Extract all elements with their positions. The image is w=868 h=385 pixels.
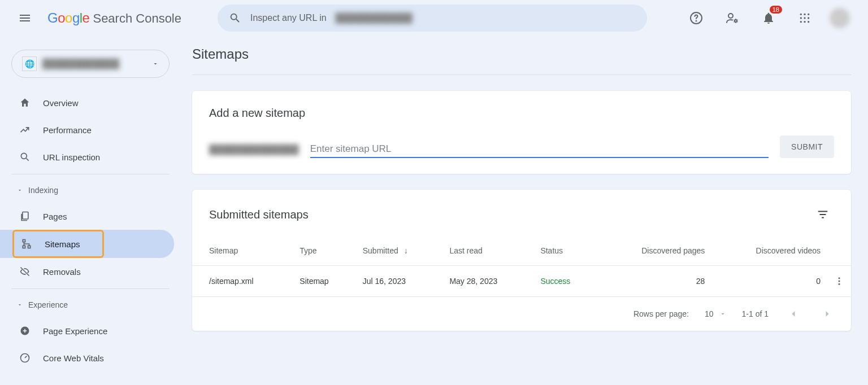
main-content: Sitemaps Add a new sitemap █████████████… <box>181 36 868 371</box>
sidebar-item-url-inspection[interactable]: URL inspection <box>0 143 174 170</box>
sidebar-item-label: Page Experience <box>43 326 107 336</box>
sidebar-item-label: Performance <box>43 125 92 135</box>
sidebar-item-label: Sitemaps <box>45 239 80 249</box>
cell-discovered-videos: 0 <box>711 266 827 297</box>
product-logo: Google Search Console <box>47 10 181 26</box>
app-header: Google Search Console Inspect any URL in… <box>0 0 868 36</box>
svg-rect-16 <box>23 246 25 248</box>
sitemap-url-input[interactable] <box>310 143 769 155</box>
sidebar-section-indexing[interactable]: Indexing <box>0 178 181 203</box>
svg-rect-14 <box>23 212 28 220</box>
svg-point-9 <box>808 17 809 19</box>
property-selector[interactable]: 🌐 ████████████ <box>11 50 170 78</box>
search-input[interactable] <box>422 13 636 23</box>
sidebar-item-label: Pages <box>43 212 67 221</box>
submitted-sitemaps-card: Submitted sitemaps Sitemap Type Submitte… <box>192 190 851 331</box>
chevron-left-icon <box>788 308 799 320</box>
sidebar-item-core-web-vitals[interactable]: Core Web Vitals <box>0 344 174 371</box>
sort-arrow-down-icon: ↓ <box>404 246 408 255</box>
hidden-icon <box>19 266 31 277</box>
trend-icon <box>19 124 31 135</box>
account-avatar[interactable] <box>830 8 850 28</box>
svg-point-10 <box>800 21 802 23</box>
svg-point-3 <box>735 20 737 22</box>
sitemaps-table: Sitemap Type Submitted ↓ Last read Statu… <box>192 236 851 297</box>
google-logo: Google <box>47 10 89 26</box>
help-icon <box>689 11 703 25</box>
col-type[interactable]: Type <box>293 236 355 266</box>
home-icon <box>19 97 31 108</box>
user-settings-icon <box>726 11 739 25</box>
next-page-button[interactable] <box>818 306 836 322</box>
product-name: Search Console <box>93 11 181 26</box>
section-label: Experience <box>28 300 68 309</box>
submit-button[interactable]: SUBMIT <box>780 135 834 158</box>
sidebar-item-label: Core Web Vitals <box>43 353 104 363</box>
col-last-read[interactable]: Last read <box>442 236 533 266</box>
divider <box>11 174 170 174</box>
search-prefix: Inspect any URL in <box>250 13 327 23</box>
section-label: Indexing <box>28 186 58 195</box>
sidebar-item-performance[interactable]: Performance <box>0 116 174 143</box>
apps-button[interactable] <box>793 7 816 29</box>
sidebar-item-page-experience[interactable]: Page Experience <box>0 317 174 344</box>
sidebar-item-label: Overview <box>43 98 79 108</box>
globe-icon: 🌐 <box>22 56 37 71</box>
row-menu-button[interactable] <box>834 276 844 286</box>
col-status[interactable]: Status <box>533 236 598 266</box>
page-range: 1-1 of 1 <box>742 309 769 318</box>
col-actions <box>827 236 851 266</box>
svg-rect-15 <box>23 240 25 242</box>
sidebar-item-overview[interactable]: Overview <box>0 89 174 116</box>
search-icon <box>229 12 241 24</box>
svg-point-5 <box>804 14 805 15</box>
sitemap-icon <box>21 238 32 250</box>
cell-sitemap: /sitemap.xml <box>192 266 293 297</box>
col-discovered-pages[interactable]: Discovered pages <box>598 236 711 266</box>
prev-page-button[interactable] <box>784 306 802 322</box>
chevron-down-icon <box>152 60 159 67</box>
header-actions: 18 <box>685 7 857 29</box>
cell-status: Success <box>533 266 598 297</box>
svg-point-8 <box>804 17 805 19</box>
svg-point-1 <box>696 21 697 21</box>
svg-point-13 <box>21 153 27 159</box>
sidebar-item-label: URL inspection <box>43 152 100 162</box>
magnifier-icon <box>19 151 31 163</box>
cell-submitted: Jul 16, 2023 <box>356 266 443 297</box>
apps-grid-icon <box>799 12 810 24</box>
rows-per-page-label: Rows per page: <box>633 309 689 318</box>
table-pager: Rows per page: 10 1-1 of 1 <box>192 297 851 331</box>
notifications-button[interactable]: 18 <box>757 7 780 29</box>
sidebar-item-sitemaps[interactable]: Sitemaps <box>0 230 174 258</box>
menu-button[interactable] <box>11 5 38 32</box>
help-button[interactable] <box>685 7 708 29</box>
svg-point-4 <box>800 14 802 15</box>
col-submitted[interactable]: Submitted ↓ <box>356 236 443 266</box>
caret-down-icon <box>17 187 23 193</box>
sidebar-section-experience[interactable]: Experience <box>0 292 181 317</box>
plus-circle-icon <box>19 325 31 336</box>
filter-button[interactable] <box>811 203 834 226</box>
sidebar-item-removals[interactable]: Removals <box>0 258 174 285</box>
pages-icon <box>19 211 31 222</box>
hamburger-icon <box>18 11 32 25</box>
property-name: ████████████ <box>42 59 146 69</box>
notification-badge: 18 <box>770 6 782 14</box>
rows-per-page-select[interactable]: 10 <box>705 309 726 318</box>
add-sitemap-title: Add a new sitemap <box>209 107 834 120</box>
svg-point-12 <box>808 21 809 23</box>
svg-rect-17 <box>28 246 31 248</box>
table-row[interactable]: /sitemap.xml Sitemap Jul 16, 2023 May 28… <box>192 266 851 297</box>
cell-type: Sitemap <box>293 266 355 297</box>
svg-point-2 <box>728 14 733 18</box>
url-inspect-search[interactable]: Inspect any URL in ████████████ <box>218 5 647 32</box>
gauge-icon <box>19 352 31 364</box>
svg-point-21 <box>839 281 840 282</box>
svg-point-22 <box>839 283 840 285</box>
divider <box>11 288 170 289</box>
sidebar-item-pages[interactable]: Pages <box>0 203 174 230</box>
col-discovered-videos[interactable]: Discovered videos <box>711 236 827 266</box>
user-settings-button[interactable] <box>721 7 744 29</box>
col-sitemap[interactable]: Sitemap <box>192 236 293 266</box>
